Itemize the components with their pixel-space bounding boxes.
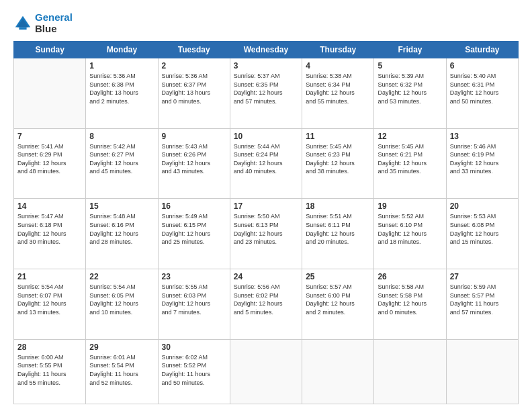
- calendar-cell: 16Sunrise: 5:49 AM Sunset: 6:15 PM Dayli…: [158, 199, 230, 269]
- cell-info: Sunrise: 5:43 AM Sunset: 6:26 PM Dayligh…: [162, 142, 226, 176]
- calendar-week-row: 1Sunrise: 5:36 AM Sunset: 6:38 PM Daylig…: [14, 58, 519, 129]
- day-number: 13: [450, 132, 515, 141]
- logo-line2: Blue: [35, 24, 73, 35]
- calendar-cell: 13Sunrise: 5:46 AM Sunset: 6:19 PM Dayli…: [446, 128, 518, 199]
- cell-info: Sunrise: 5:44 AM Sunset: 6:24 PM Dayligh…: [234, 142, 298, 176]
- calendar-cell: 15Sunrise: 5:48 AM Sunset: 6:16 PM Dayli…: [86, 199, 158, 269]
- calendar-cell: [374, 339, 446, 404]
- day-number: 2: [162, 61, 226, 71]
- day-header-saturday: Saturday: [446, 42, 518, 58]
- cell-info: Sunrise: 5:47 AM Sunset: 6:18 PM Dayligh…: [17, 212, 82, 246]
- calendar-cell: 12Sunrise: 5:45 AM Sunset: 6:21 PM Dayli…: [374, 128, 446, 199]
- logo-text: General Blue: [35, 12, 73, 34]
- day-number: 15: [89, 201, 154, 211]
- calendar-cell: 5Sunrise: 5:39 AM Sunset: 6:32 PM Daylig…: [374, 58, 446, 129]
- page: General Blue SundayMondayTuesdayWednesda…: [0, 0, 532, 411]
- logo-icon: [13, 14, 32, 33]
- day-number: 11: [306, 132, 370, 141]
- day-number: 27: [450, 272, 515, 281]
- calendar-cell: 2Sunrise: 5:36 AM Sunset: 6:37 PM Daylig…: [158, 58, 230, 129]
- calendar-week-row: 28Sunrise: 6:00 AM Sunset: 5:55 PM Dayli…: [14, 339, 519, 404]
- cell-info: Sunrise: 5:41 AM Sunset: 6:29 PM Dayligh…: [17, 142, 82, 176]
- cell-info: Sunrise: 5:59 AM Sunset: 5:57 PM Dayligh…: [450, 283, 515, 316]
- cell-info: Sunrise: 5:54 AM Sunset: 6:05 PM Dayligh…: [89, 283, 154, 316]
- day-number: 6: [450, 61, 515, 71]
- day-number: 5: [378, 61, 442, 71]
- cell-info: Sunrise: 5:38 AM Sunset: 6:34 PM Dayligh…: [306, 72, 370, 105]
- calendar-cell: 6Sunrise: 5:40 AM Sunset: 6:31 PM Daylig…: [446, 58, 518, 129]
- cell-info: Sunrise: 5:45 AM Sunset: 6:21 PM Dayligh…: [378, 142, 442, 176]
- day-number: 1: [89, 61, 154, 71]
- cell-info: Sunrise: 5:39 AM Sunset: 6:32 PM Dayligh…: [378, 72, 442, 105]
- calendar-cell: [230, 339, 302, 404]
- cell-info: Sunrise: 5:53 AM Sunset: 6:08 PM Dayligh…: [450, 212, 515, 246]
- day-header-thursday: Thursday: [302, 42, 374, 58]
- cell-info: Sunrise: 5:49 AM Sunset: 6:15 PM Dayligh…: [162, 212, 226, 246]
- cell-info: Sunrise: 5:36 AM Sunset: 6:37 PM Dayligh…: [162, 72, 226, 105]
- cell-info: Sunrise: 5:50 AM Sunset: 6:13 PM Dayligh…: [234, 212, 298, 246]
- day-number: 9: [162, 132, 226, 141]
- day-header-monday: Monday: [86, 42, 158, 58]
- calendar-cell: 11Sunrise: 5:45 AM Sunset: 6:23 PM Dayli…: [302, 128, 374, 199]
- day-number: 23: [162, 272, 226, 281]
- cell-info: Sunrise: 5:55 AM Sunset: 6:03 PM Dayligh…: [162, 283, 226, 316]
- day-number: 20: [450, 201, 515, 211]
- day-number: 24: [234, 272, 298, 281]
- calendar-cell: 28Sunrise: 6:00 AM Sunset: 5:55 PM Dayli…: [14, 339, 86, 404]
- day-number: 7: [17, 132, 82, 141]
- calendar-cell: 14Sunrise: 5:47 AM Sunset: 6:18 PM Dayli…: [14, 199, 86, 269]
- calendar-cell: [446, 339, 518, 404]
- calendar-week-row: 14Sunrise: 5:47 AM Sunset: 6:18 PM Dayli…: [14, 199, 519, 269]
- day-header-sunday: Sunday: [14, 42, 86, 58]
- cell-info: Sunrise: 6:02 AM Sunset: 5:52 PM Dayligh…: [162, 353, 226, 387]
- cell-info: Sunrise: 5:36 AM Sunset: 6:38 PM Dayligh…: [89, 72, 154, 105]
- day-number: 21: [17, 272, 82, 281]
- calendar-cell: 27Sunrise: 5:59 AM Sunset: 5:57 PM Dayli…: [446, 269, 518, 340]
- day-number: 25: [306, 272, 370, 281]
- svg-rect-2: [19, 27, 26, 30]
- cell-info: Sunrise: 5:56 AM Sunset: 6:02 PM Dayligh…: [234, 283, 298, 316]
- day-number: 3: [234, 61, 298, 71]
- day-number: 29: [89, 342, 154, 352]
- calendar-cell: 24Sunrise: 5:56 AM Sunset: 6:02 PM Dayli…: [230, 269, 302, 340]
- calendar-cell: [302, 339, 374, 404]
- day-number: 4: [306, 61, 370, 71]
- day-number: 12: [378, 132, 442, 141]
- day-number: 28: [17, 342, 82, 352]
- day-header-friday: Friday: [374, 42, 446, 58]
- calendar-week-row: 21Sunrise: 5:54 AM Sunset: 6:07 PM Dayli…: [14, 269, 519, 340]
- calendar-table: SundayMondayTuesdayWednesdayThursdayFrid…: [13, 41, 519, 404]
- day-number: 22: [89, 272, 154, 281]
- cell-info: Sunrise: 5:46 AM Sunset: 6:19 PM Dayligh…: [450, 142, 515, 176]
- calendar-cell: 9Sunrise: 5:43 AM Sunset: 6:26 PM Daylig…: [158, 128, 230, 199]
- cell-info: Sunrise: 5:37 AM Sunset: 6:35 PM Dayligh…: [234, 72, 298, 105]
- calendar-cell: [14, 58, 86, 129]
- day-number: 19: [378, 201, 442, 211]
- header: General Blue: [13, 12, 519, 34]
- day-number: 26: [378, 272, 442, 281]
- logo-line1: General: [35, 12, 73, 24]
- calendar-cell: 19Sunrise: 5:52 AM Sunset: 6:10 PM Dayli…: [374, 199, 446, 269]
- calendar-cell: 30Sunrise: 6:02 AM Sunset: 5:52 PM Dayli…: [158, 339, 230, 404]
- day-number: 17: [234, 201, 298, 211]
- day-number: 10: [234, 132, 298, 141]
- day-number: 18: [306, 201, 370, 211]
- day-number: 30: [162, 342, 226, 352]
- calendar-cell: 8Sunrise: 5:42 AM Sunset: 6:27 PM Daylig…: [86, 128, 158, 199]
- calendar-cell: 22Sunrise: 5:54 AM Sunset: 6:05 PM Dayli…: [86, 269, 158, 340]
- cell-info: Sunrise: 6:00 AM Sunset: 5:55 PM Dayligh…: [17, 353, 82, 387]
- calendar-cell: 17Sunrise: 5:50 AM Sunset: 6:13 PM Dayli…: [230, 199, 302, 269]
- cell-info: Sunrise: 5:58 AM Sunset: 5:58 PM Dayligh…: [378, 283, 442, 316]
- calendar-cell: 23Sunrise: 5:55 AM Sunset: 6:03 PM Dayli…: [158, 269, 230, 340]
- cell-info: Sunrise: 5:57 AM Sunset: 6:00 PM Dayligh…: [306, 283, 370, 316]
- logo: General Blue: [13, 12, 73, 34]
- cell-info: Sunrise: 5:42 AM Sunset: 6:27 PM Dayligh…: [89, 142, 154, 176]
- cell-info: Sunrise: 5:40 AM Sunset: 6:31 PM Dayligh…: [450, 72, 515, 105]
- calendar-cell: 18Sunrise: 5:51 AM Sunset: 6:11 PM Dayli…: [302, 199, 374, 269]
- day-number: 16: [162, 201, 226, 211]
- calendar-cell: 10Sunrise: 5:44 AM Sunset: 6:24 PM Dayli…: [230, 128, 302, 199]
- cell-info: Sunrise: 6:01 AM Sunset: 5:54 PM Dayligh…: [89, 353, 154, 387]
- calendar-cell: 21Sunrise: 5:54 AM Sunset: 6:07 PM Dayli…: [14, 269, 86, 340]
- calendar-cell: 1Sunrise: 5:36 AM Sunset: 6:38 PM Daylig…: [86, 58, 158, 129]
- day-number: 8: [89, 132, 154, 141]
